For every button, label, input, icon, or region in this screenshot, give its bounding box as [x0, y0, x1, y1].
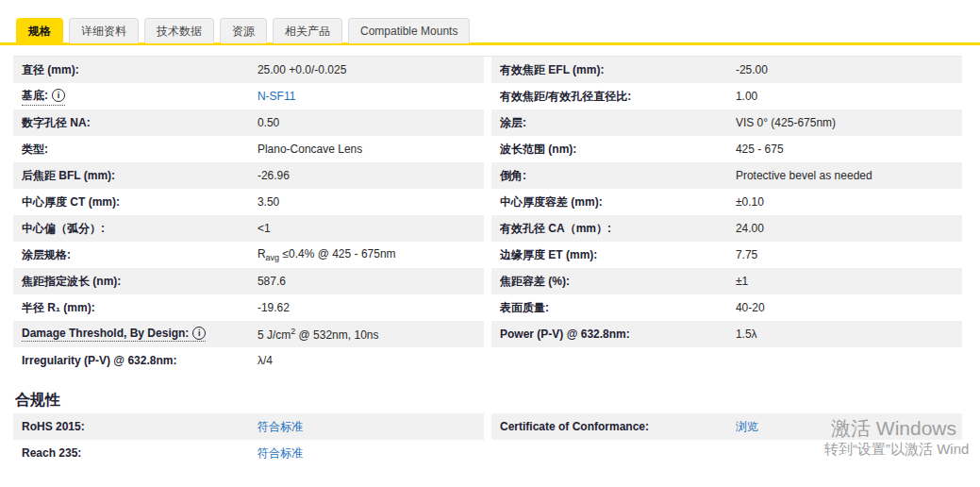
tab-details[interactable]: 详细资料	[69, 18, 139, 43]
spec-row-surface-quality: 表面质量: 40-20	[491, 294, 962, 321]
spec-value: Protective bevel as needed	[736, 169, 962, 182]
spec-label: 涂层规格:	[22, 247, 257, 263]
spec-row-na: 数字孔径 NA: 0.50	[13, 109, 484, 136]
spec-value: 0.50	[257, 116, 484, 129]
spec-value: 3.50	[257, 195, 484, 209]
spec-row-wavelength-range: 波长范围 (nm): 425 - 675	[491, 136, 962, 162]
spec-label: 有效焦距/有效孔径直径比:	[500, 89, 736, 105]
compliance-section-title: 合规性	[15, 391, 60, 411]
rohs-link[interactable]: 符合标准	[257, 420, 303, 433]
spec-table-left: 直径 (mm): 25.00 +0.0/-0.025 基底: N-SF11 数字…	[13, 57, 484, 374]
compliance-row-reach: Reach 235: 符合标准	[13, 440, 484, 466]
windows-activation-watermark: 激活 Windows	[831, 415, 956, 442]
spec-value: 425 - 675	[736, 143, 962, 156]
tab-compatible-mounts[interactable]: Compatible Mounts	[348, 18, 470, 43]
reach-link[interactable]: 符合标准	[257, 446, 303, 460]
spec-label: 焦距指定波长 (nm):	[22, 274, 257, 290]
spec-label: 基底:	[22, 88, 257, 106]
spec-value: ±1	[736, 275, 962, 288]
compliance-row-rohs: RoHS 2015: 符合标准	[13, 413, 484, 440]
tooltip-label[interactable]: Damage Threshold, By Design:	[22, 327, 206, 342]
spec-row-ct-tolerance: 中心厚度容差 (mm): ±0.10	[491, 189, 962, 215]
spec-table-right: 有效焦距 EFL (mm): -25.00 有效焦距/有效孔径直径比: 1.00…	[491, 57, 962, 374]
spec-value: λ/4	[257, 354, 484, 367]
spec-row-substrate: 基底: N-SF11	[13, 83, 484, 109]
spec-label: Power (P-V) @ 632.8nm:	[500, 327, 736, 341]
spec-label: 数字孔径 NA:	[22, 115, 257, 131]
spec-value: 符合标准	[257, 445, 484, 462]
spec-value: 7.75	[736, 248, 962, 261]
spec-label-text: Damage Threshold, By Design:	[22, 327, 189, 340]
spec-row-diameter: 直径 (mm): 25.00 +0.0/-0.025	[13, 57, 484, 83]
compliance-table-left: RoHS 2015: 符合标准 Reach 235: 符合标准	[13, 413, 484, 466]
tab-resources[interactable]: 资源	[220, 18, 267, 43]
spec-row-ca: 有效孔径 CA（mm）: 24.00	[491, 215, 962, 242]
spec-value: 1.00	[736, 90, 962, 103]
substrate-link[interactable]: N-SF11	[257, 90, 295, 103]
spec-label: 中心偏（弧分）:	[22, 221, 257, 237]
spec-label: Certificate of Conformance:	[500, 420, 736, 433]
spec-row-coating-spec: 涂层规格: Ravg ≤0.4% @ 425 - 675nm	[13, 242, 484, 268]
spec-label: 波长范围 (nm):	[500, 142, 736, 158]
tab-specs[interactable]: 规格	[16, 18, 63, 43]
spec-label: 涂层:	[500, 115, 736, 131]
spec-label: Reach 235:	[22, 446, 257, 460]
windows-activation-hint: 转到“设置”以激活 Wind	[824, 441, 969, 459]
spec-value: -26.96	[257, 169, 484, 182]
spec-value: ±0.10	[736, 195, 962, 209]
info-icon[interactable]	[52, 89, 65, 102]
spec-row-damage-threshold: Damage Threshold, By Design: 5 J/cm2 @ 5…	[13, 321, 484, 347]
spec-row-design-wavelength: 焦距指定波长 (nm): 587.6	[13, 268, 484, 294]
spec-label: 类型:	[22, 142, 257, 158]
spec-label: 焦距容差 (%):	[500, 274, 736, 290]
spec-value: Ravg ≤0.4% @ 425 - 675nm	[257, 247, 484, 262]
spec-row-fnumber: 有效焦距/有效孔径直径比: 1.00	[491, 83, 962, 109]
spec-label: 中心厚度 CT (mm):	[22, 194, 257, 210]
spec-value: <1	[257, 222, 484, 235]
spec-tables: 直径 (mm): 25.00 +0.0/-0.025 基底: N-SF11 数字…	[13, 56, 962, 374]
spec-row-fl-tolerance: 焦距容差 (%): ±1	[491, 268, 962, 294]
spec-label: 表面质量:	[500, 300, 736, 316]
spec-value: 符合标准	[257, 419, 484, 435]
spec-row-irregularity: Irregularity (P-V) @ 632.8nm: λ/4	[13, 347, 484, 374]
compliance-tables: RoHS 2015: 符合标准 Reach 235: 符合标准 Certific…	[13, 413, 962, 466]
spec-row-coating: 涂层: VIS 0° (425-675nm)	[491, 109, 962, 136]
spec-row-ct: 中心厚度 CT (mm): 3.50	[13, 189, 484, 215]
spec-value: -19.62	[257, 301, 484, 314]
spec-value: VIS 0° (425-675nm)	[736, 116, 962, 129]
spec-value: 1.5λ	[736, 327, 962, 341]
spec-row-bevel: 倒角: Protective bevel as needed	[491, 162, 962, 189]
spec-row-type: 类型: Plano-Concave Lens	[13, 136, 484, 162]
spec-label: 有效焦距 EFL (mm):	[500, 62, 736, 78]
spec-row-bfl: 后焦距 BFL (mm): -26.96	[13, 162, 484, 189]
spec-value: 5 J/cm2 @ 532nm, 10ns	[257, 327, 484, 342]
spec-label: 中心厚度容差 (mm):	[500, 194, 736, 210]
spec-label: 后焦距 BFL (mm):	[22, 168, 257, 184]
spec-value: N-SF11	[257, 90, 484, 103]
spec-value: Plano-Concave Lens	[257, 143, 484, 156]
info-icon[interactable]	[192, 327, 206, 340]
spec-row-power: Power (P-V) @ 632.8nm: 1.5λ	[491, 321, 962, 347]
spec-label: 倒角:	[500, 168, 736, 184]
tab-bar: 规格 详细资料 技术数据 资源 相关产品 Compatible Mounts	[16, 18, 470, 43]
spec-row-efl: 有效焦距 EFL (mm): -25.00	[491, 57, 962, 83]
tooltip-label[interactable]: 基底:	[22, 88, 65, 106]
spec-label-text: 基底:	[22, 88, 48, 104]
spec-row-radius: 半径 R₁ (mm): -19.62	[13, 294, 484, 321]
spec-label: 半径 R₁ (mm):	[22, 300, 257, 316]
spec-value: -25.00	[736, 63, 962, 76]
spec-label: 有效孔径 CA（mm）:	[500, 221, 736, 237]
spec-label: Damage Threshold, By Design:	[22, 327, 257, 342]
tab-technical-data[interactable]: 技术数据	[144, 18, 214, 43]
coc-browse-link[interactable]: 浏览	[736, 420, 758, 433]
spec-label: 直径 (mm):	[22, 62, 257, 78]
spec-label: 边缘厚度 ET (mm):	[500, 247, 736, 263]
spec-label: Irregularity (P-V) @ 632.8nm:	[22, 354, 257, 367]
tab-related-products[interactable]: 相关产品	[273, 18, 342, 43]
spec-row-et: 边缘厚度 ET (mm): 7.75	[491, 242, 962, 268]
spec-value: 587.6	[257, 275, 484, 288]
spec-value: 25.00 +0.0/-0.025	[257, 63, 484, 76]
spec-value: 24.00	[736, 222, 962, 235]
spec-label: RoHS 2015:	[22, 420, 257, 433]
spec-row-centration: 中心偏（弧分）: <1	[13, 215, 484, 242]
